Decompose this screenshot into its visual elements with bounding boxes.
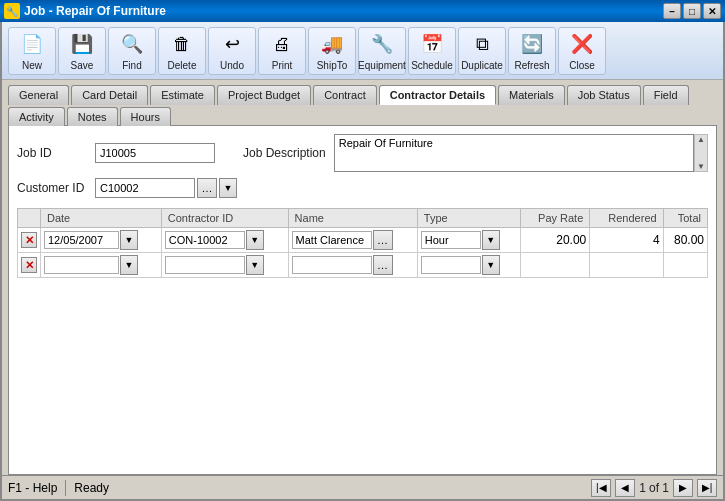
empty-date-dropdown[interactable]: ▼ — [120, 255, 138, 275]
customer-dropdown-button[interactable]: ▼ — [219, 178, 237, 198]
row1-date-dropdown[interactable]: ▼ — [120, 230, 138, 250]
equipment-button[interactable]: 🔧 Equipment — [358, 27, 406, 75]
col-pay-rate: Pay Rate — [520, 209, 590, 228]
scroll-down-icon[interactable]: ▼ — [697, 162, 705, 171]
row1-type-input[interactable] — [421, 231, 481, 249]
page-current: 1 — [639, 481, 646, 495]
col-delete — [18, 209, 41, 228]
nav-first-button[interactable]: |◀ — [591, 479, 611, 497]
empty-name-cell: … — [288, 253, 417, 278]
empty-contractor-input[interactable] — [165, 256, 245, 274]
row1-delete-button[interactable]: ✕ — [21, 232, 37, 248]
scroll-up-icon[interactable]: ▲ — [697, 135, 705, 144]
row1-contractor-dropdown[interactable]: ▼ — [246, 230, 264, 250]
job-desc-input[interactable] — [334, 134, 694, 172]
table-row: ✕ ▼ ▼ — [18, 228, 708, 253]
page-total: 1 — [662, 481, 669, 495]
title-bar: 🔧 Job - Repair Of Furniture – □ ✕ — [0, 0, 725, 22]
tab-hours[interactable]: Hours — [120, 107, 171, 126]
tab-project-budget[interactable]: Project Budget — [217, 85, 311, 105]
contractor-table: Date Contractor ID Name Type Pay Rate Re… — [17, 208, 708, 278]
tab-activity[interactable]: Activity — [8, 107, 65, 126]
empty-delete-cell: ✕ — [18, 253, 41, 278]
close-button[interactable]: ❌ Close — [558, 27, 606, 75]
row1-contractor-id-cell: ▼ — [161, 228, 288, 253]
empty-date-cell: ▼ — [41, 253, 162, 278]
row1-pay-rate-cell[interactable]: 20.00 — [520, 228, 590, 253]
status-divider-1 — [65, 480, 66, 496]
status-nav: |◀ ◀ 1 of 1 ▶ ▶| — [591, 479, 717, 497]
find-icon: 🔍 — [118, 30, 146, 58]
duplicate-button[interactable]: ⧉ Duplicate — [458, 27, 506, 75]
customer-id-label: Customer ID — [17, 181, 87, 195]
customer-id-input[interactable] — [95, 178, 195, 198]
nav-prev-button[interactable]: ◀ — [615, 479, 635, 497]
col-type: Type — [417, 209, 520, 228]
row1-name-input[interactable] — [292, 231, 372, 249]
empty-name-input[interactable] — [292, 256, 372, 274]
row1-delete-cell: ✕ — [18, 228, 41, 253]
status-bar: F1 - Help Ready |◀ ◀ 1 of 1 ▶ ▶| — [2, 475, 723, 499]
row1-type-cell: ▼ — [417, 228, 520, 253]
delete-button[interactable]: 🗑 Delete — [158, 27, 206, 75]
job-desc-scrollbar[interactable]: ▲ ▼ — [694, 134, 708, 172]
tab-general[interactable]: General — [8, 85, 69, 105]
new-button[interactable]: 📄 New — [8, 27, 56, 75]
save-button[interactable]: 💾 Save — [58, 27, 106, 75]
row1-total-cell[interactable]: 80.00 — [663, 228, 707, 253]
tab-contract[interactable]: Contract — [313, 85, 377, 105]
empty-date-input[interactable] — [44, 256, 119, 274]
customer-id-row: Customer ID … ▼ — [17, 178, 708, 198]
customer-lookup-button[interactable]: … — [197, 178, 217, 198]
maximize-button[interactable]: □ — [683, 3, 701, 19]
empty-type-dropdown[interactable]: ▼ — [482, 255, 500, 275]
help-text: F1 - Help — [8, 481, 57, 495]
equipment-icon: 🔧 — [368, 30, 396, 58]
print-icon: 🖨 — [268, 30, 296, 58]
row1-name-lookup[interactable]: … — [373, 230, 393, 250]
title-text: Job - Repair Of Furniture — [24, 4, 166, 18]
tab-materials[interactable]: Materials — [498, 85, 565, 105]
duplicate-icon: ⧉ — [468, 30, 496, 58]
row1-rendered-cell[interactable]: 4 — [590, 228, 663, 253]
print-button[interactable]: 🖨 Print — [258, 27, 306, 75]
row1-type-dropdown[interactable]: ▼ — [482, 230, 500, 250]
nav-next-button[interactable]: ▶ — [673, 479, 693, 497]
job-id-input[interactable] — [95, 143, 215, 163]
undo-button[interactable]: ↩ Undo — [208, 27, 256, 75]
save-icon: 💾 — [68, 30, 96, 58]
main-window: 📄 New 💾 Save 🔍 Find 🗑 Delete ↩ Undo 🖨 Pr… — [0, 22, 725, 501]
close-window-button[interactable]: ✕ — [703, 3, 721, 19]
empty-contractor-dropdown[interactable]: ▼ — [246, 255, 264, 275]
find-button[interactable]: 🔍 Find — [108, 27, 156, 75]
page-info: 1 of 1 — [639, 481, 669, 495]
job-id-label: Job ID — [17, 146, 87, 160]
empty-total-cell — [663, 253, 707, 278]
tab-card-detail[interactable]: Card Detail — [71, 85, 148, 105]
empty-contractor-cell: ▼ — [161, 253, 288, 278]
col-contractor-id: Contractor ID — [161, 209, 288, 228]
row1-contractor-id-input[interactable] — [165, 231, 245, 249]
page-of: of — [649, 481, 662, 495]
refresh-button[interactable]: 🔄 Refresh — [508, 27, 556, 75]
empty-type-input[interactable] — [421, 256, 481, 274]
schedule-button[interactable]: 📅 Schedule — [408, 27, 456, 75]
tab-field[interactable]: Field — [643, 85, 689, 105]
shipto-button[interactable]: 🚚 ShipTo — [308, 27, 356, 75]
minimize-button[interactable]: – — [663, 3, 681, 19]
row1-rendered-value: 4 — [653, 233, 660, 247]
job-desc-label: Job Description — [243, 146, 326, 160]
job-id-row: Job ID Job Description ▲ ▼ — [17, 134, 708, 172]
tab-contractor-details[interactable]: Contractor Details — [379, 85, 496, 105]
col-rendered: Rendered — [590, 209, 663, 228]
tab-estimate[interactable]: Estimate — [150, 85, 215, 105]
empty-name-lookup[interactable]: … — [373, 255, 393, 275]
toolbar: 📄 New 💾 Save 🔍 Find 🗑 Delete ↩ Undo 🖨 Pr… — [2, 22, 723, 80]
row1-name-cell: … — [288, 228, 417, 253]
table-row-empty: ✕ ▼ ▼ — [18, 253, 708, 278]
nav-last-button[interactable]: ▶| — [697, 479, 717, 497]
tab-job-status[interactable]: Job Status — [567, 85, 641, 105]
tab-notes[interactable]: Notes — [67, 107, 118, 126]
empty-delete-button[interactable]: ✕ — [21, 257, 37, 273]
row1-date-input[interactable] — [44, 231, 119, 249]
